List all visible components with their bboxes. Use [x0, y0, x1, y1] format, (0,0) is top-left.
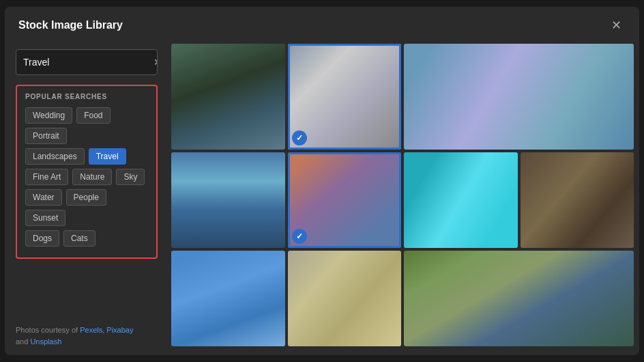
- image-item[interactable]: [171, 152, 285, 248]
- tag-food[interactable]: Food: [76, 107, 110, 124]
- selected-checkmark: ✓: [292, 229, 307, 244]
- tag-water[interactable]: Water: [25, 189, 62, 206]
- tag-wedding[interactable]: Wedding: [25, 107, 72, 124]
- tag-travel[interactable]: Travel: [89, 148, 126, 165]
- image-grid-container[interactable]: ✓ ✓: [169, 41, 639, 355]
- modal-body: ✕ POPULAR SEARCHES Wedding Food Portrait: [5, 41, 639, 355]
- tag-portrait[interactable]: Portrait: [25, 128, 67, 144]
- tags-row-1: Wedding Food Portrait: [25, 107, 148, 144]
- sidebar-footer: Photos courtesy of Pexels, Pixabayand Un…: [16, 324, 158, 347]
- image-item[interactable]: ✓: [288, 44, 402, 150]
- tag-landscapes[interactable]: Landscapes: [25, 148, 85, 165]
- tag-dogs[interactable]: Dogs: [25, 230, 59, 247]
- tag-people[interactable]: People: [66, 189, 106, 206]
- image-item[interactable]: [171, 251, 285, 346]
- tags-row-4: Water People Sunset: [25, 189, 148, 226]
- tag-sky[interactable]: Sky: [116, 169, 145, 185]
- search-bar: ✕: [16, 49, 158, 75]
- sidebar: ✕ POPULAR SEARCHES Wedding Food Portrait: [5, 41, 169, 355]
- image-item[interactable]: ✓: [288, 152, 402, 248]
- tag-nature[interactable]: Nature: [72, 169, 112, 185]
- close-button[interactable]: ✕: [607, 18, 626, 33]
- image-item[interactable]: [521, 152, 634, 248]
- tags-row-2: Landscapes Travel: [25, 148, 148, 165]
- selected-checkmark: ✓: [292, 130, 307, 145]
- tag-sunset[interactable]: Sunset: [25, 210, 65, 226]
- tags-row-3: Fine Art Nature Sky: [25, 169, 148, 185]
- modal-title: Stock Image Library: [18, 19, 123, 31]
- footer-link-pixabay[interactable]: Pixabay: [106, 326, 133, 334]
- tag-cats[interactable]: Cats: [63, 230, 96, 247]
- image-item[interactable]: [404, 152, 518, 248]
- popular-searches-section: POPULAR SEARCHES Wedding Food Portrait L…: [16, 85, 158, 259]
- modal-header: Stock Image Library ✕: [5, 7, 639, 41]
- stock-image-modal: Stock Image Library ✕ ✕ POPULAR SEARCHES: [5, 7, 639, 355]
- image-item[interactable]: [404, 251, 634, 346]
- image-item[interactable]: [404, 44, 634, 150]
- footer-link-unsplash[interactable]: Unsplash: [30, 337, 61, 346]
- image-item[interactable]: [171, 44, 285, 150]
- tag-fine-art[interactable]: Fine Art: [25, 169, 68, 185]
- footer-link-pexels[interactable]: Pexels: [80, 326, 102, 334]
- search-input[interactable]: [16, 51, 149, 73]
- search-clear-button[interactable]: ✕: [149, 57, 158, 68]
- image-item[interactable]: [288, 251, 402, 346]
- tags-row-5: Dogs Cats: [25, 230, 148, 247]
- footer-text-before: Photos courtesy of: [16, 326, 80, 334]
- footer-text-and: and: [16, 337, 30, 346]
- popular-searches-title: POPULAR SEARCHES: [25, 93, 148, 100]
- image-grid: ✓ ✓: [171, 44, 634, 346]
